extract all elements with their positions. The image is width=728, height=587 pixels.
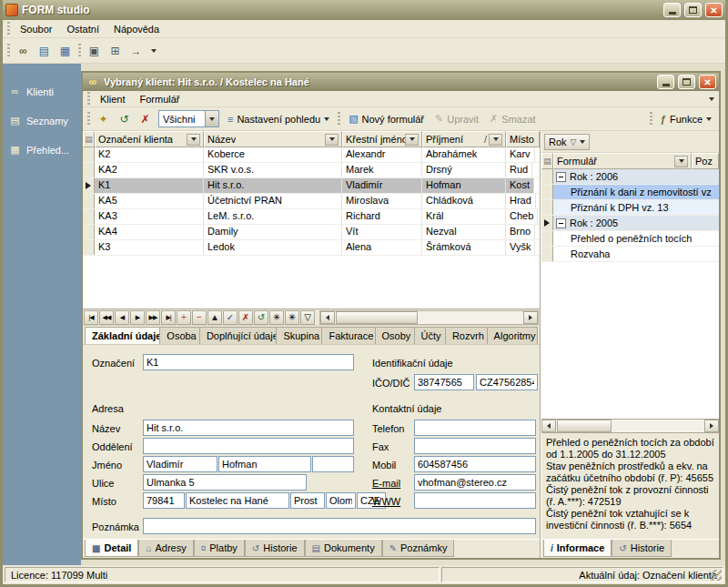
client-toolbar-grip-2[interactable] [338,112,340,126]
mobil-field[interactable] [414,456,536,472]
print-icon[interactable]: ▣ [84,41,105,60]
tree-item[interactable]: Rozvaha [541,247,719,262]
oznaceni-field[interactable] [143,354,354,370]
email-link-label[interactable]: E-mail [372,478,400,489]
mesto-field[interactable] [186,492,289,509]
view-settings-button[interactable]: ≡ Nastavení pohledu [222,109,335,128]
client-menubar-grip[interactable] [87,92,90,106]
nav-goto-bookmark-button[interactable]: ✳ [285,310,299,325]
sidebar-item-seznamy[interactable]: ▤ Seznamy [3,113,81,129]
tree-item[interactable]: Přehled o peněžních tocích [541,231,719,247]
menu-formular[interactable]: Formulář [133,92,187,106]
table-row[interactable]: K3 Ledok Alena Šrámková Vyšk [83,240,540,256]
nav-post-button[interactable]: ✓ [223,310,238,325]
jmeno-field[interactable] [143,456,217,472]
client-close-button[interactable]: ✕ [699,75,716,89]
tab-rozvrh[interactable]: Rozvrh [446,327,488,344]
www-field[interactable] [414,492,536,509]
nav-cancel-button[interactable]: ✗ [238,310,253,325]
tab-ucty[interactable]: Účty [415,327,446,344]
table-horizontal-scrollbar[interactable] [319,310,539,325]
tab-adresy[interactable]: ⌂ Adresy [138,540,193,557]
column-filter-button[interactable] [405,134,419,146]
psc-field[interactable] [143,492,185,509]
client-maximize-button[interactable] [678,75,695,89]
combo-arrow-button[interactable] [205,111,218,127]
nav-last-button[interactable]: ▶| [161,310,176,325]
nav-prev-button[interactable]: ◀ [115,310,129,325]
telefon-field[interactable] [414,420,536,436]
functions-button[interactable]: ƒ Funkce [655,109,717,128]
close-button[interactable]: ✕ [705,3,723,17]
table-row-selected[interactable]: K1 Hit s.r.o. Vladimír Hofman Kost [83,178,540,194]
client-toolbar-grip[interactable] [87,112,90,126]
dic-field[interactable] [476,374,538,390]
oddeleni-field[interactable] [143,438,354,454]
group-by-rok[interactable]: Rok ▽ [544,134,590,150]
collapse-icon[interactable] [556,172,566,182]
tab-platby[interactable]: ¤ Platby [194,540,245,557]
table-row[interactable]: KA5 Účetnictví PRAN Miroslava Chládková … [83,194,540,209]
email-field[interactable] [414,474,536,491]
refresh-icon[interactable]: ↺ [114,109,135,128]
column-header-poznamka[interactable]: Poz [692,153,719,169]
tab-osoba[interactable]: Osoba [160,327,200,344]
scrollbar-thumb[interactable] [557,420,612,432]
titul-field[interactable] [312,456,354,472]
tab-informace[interactable]: i Informace [543,540,612,557]
tab-osoby[interactable]: Osoby [376,327,415,344]
table-row[interactable]: KA3 LeM. s.r.o. Richard Král Cheb [83,209,540,225]
lists-icon[interactable]: ▤ [34,41,55,60]
www-link-label[interactable]: WWW [372,496,400,507]
sidebar-item-klienti[interactable]: ∞ Klienti [3,84,81,100]
column-header-formular[interactable]: Formulář [553,153,692,169]
tree-group-2006[interactable]: Rok : 2006 [541,169,719,185]
key-icon[interactable]: ✦ [93,109,114,128]
tree-item-selected[interactable]: Přiznání k dani z nemovitostí vz [541,185,719,200]
tab-historie[interactable]: ↺ Historie [245,540,305,557]
tab-zakladni-udaje[interactable]: Základní údaje [85,327,160,344]
column-filter-button[interactable] [489,134,502,146]
column-filter-button[interactable] [325,134,339,146]
client-window-titlebar[interactable]: ∞ Vybraný klient: Hit s.r.o. / Kostelec … [83,73,719,91]
tab-doplnujici-udaje[interactable]: Doplňující údaje [200,327,278,344]
filter-combobox[interactable]: Všichni [158,110,219,127]
nav-delete-button[interactable]: − [192,310,207,325]
column-filter-button[interactable] [674,156,688,167]
table-row[interactable]: K2 Koberce Alexandr Abrahámek Karv [83,147,540,163]
nav-next-button[interactable]: ▶ [130,310,145,325]
menubar-grip[interactable] [7,22,10,35]
resize-grip[interactable] [711,570,722,581]
menu-napoveda[interactable]: Nápověda [106,22,167,36]
column-header-oznaceni[interactable]: Označení klienta [95,131,204,147]
nav-refresh-button[interactable]: ↺ [254,310,268,325]
collapse-icon[interactable] [556,218,566,228]
tab-dokumenty[interactable]: ▤ Dokumenty [305,540,382,557]
okres-field[interactable] [290,492,325,509]
nav-prev-page-button[interactable]: ◀◀ [99,310,114,325]
tab-detail[interactable]: ▦ Detail [85,540,138,557]
nav-next-page-button[interactable]: ▶▶ [146,310,160,325]
functions-grip[interactable] [650,112,652,126]
minimize-button[interactable] [663,3,681,17]
toolbar-overflow-button[interactable] [148,42,159,60]
forms-horizontal-scrollbar[interactable] [541,419,719,433]
fax-field[interactable] [414,438,536,454]
toolbar-grip[interactable] [7,44,10,57]
menu-soubor[interactable]: Soubor [13,22,59,36]
tree-item[interactable]: Přiznání k DPH vz. 13 [541,200,719,216]
main-titlebar[interactable]: FORM studio ✕ [3,0,725,20]
client-menubar-overflow[interactable] [706,90,717,108]
scroll-right-button[interactable] [704,420,719,432]
kraj-field[interactable] [326,492,356,509]
poznamka-field[interactable] [143,518,536,534]
nav-bookmark-button[interactable]: ✳ [269,310,284,325]
tab-fakturace[interactable]: Fakturace [322,327,375,344]
menu-klient[interactable]: Klient [93,92,133,106]
nav-edit-button[interactable]: ▲ [207,310,222,325]
menu-ostatni[interactable]: Ostatní [59,22,106,36]
clear-filter-icon[interactable]: ✗ [135,109,156,128]
column-filter-button[interactable] [187,134,200,146]
column-header-misto[interactable]: Místo [506,131,540,147]
nav-first-button[interactable]: |◀ [84,310,98,325]
